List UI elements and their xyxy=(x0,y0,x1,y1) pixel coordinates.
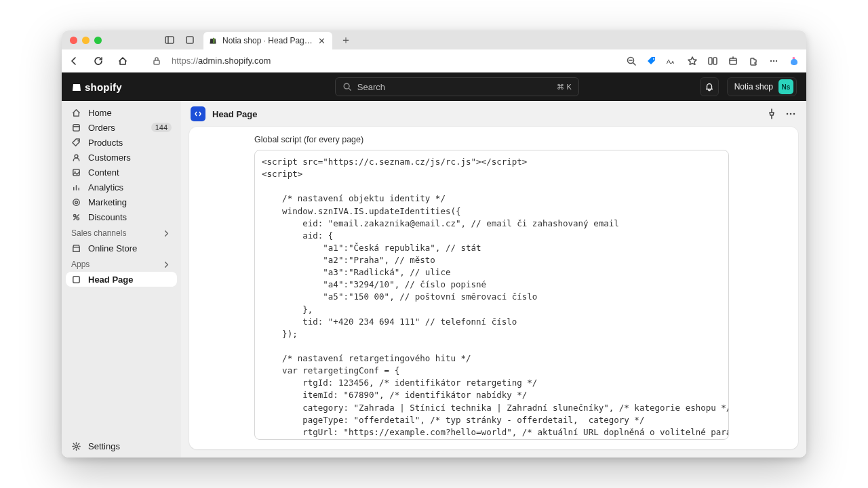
svg-point-17 xyxy=(344,83,349,89)
lock-icon xyxy=(151,56,162,66)
sidebar-item-analytics[interactable]: Analytics xyxy=(66,180,177,195)
url-text[interactable]: https://admin.shopify.com xyxy=(172,56,616,66)
more-dots-icon[interactable] xyxy=(785,108,797,120)
split-screen-icon[interactable] xyxy=(707,56,718,66)
browser-window: Notia shop · Head Page · Shop… ✕ ＋ https… xyxy=(62,30,806,458)
home-nav-icon[interactable] xyxy=(117,56,128,66)
window-close-dot[interactable] xyxy=(70,37,77,44)
svg-point-15 xyxy=(773,60,774,61)
sidebar-item-content[interactable]: Content xyxy=(66,165,177,180)
favorite-star-icon[interactable] xyxy=(687,56,698,66)
orders-badge: 144 xyxy=(151,123,172,132)
price-tag-icon[interactable] xyxy=(646,56,657,66)
collections-icon[interactable] xyxy=(728,56,738,66)
shop-name: Notia shop xyxy=(734,82,773,92)
sidebar-item-marketing[interactable]: Marketing xyxy=(66,195,177,209)
svg-rect-0 xyxy=(165,37,174,43)
shop-chip[interactable]: Notia shop Ns xyxy=(727,77,797,96)
svg-point-16 xyxy=(776,60,777,61)
browser-tab[interactable]: Notia shop · Head Page · Shop… ✕ xyxy=(203,32,332,49)
window-traffic-lights xyxy=(70,37,102,44)
card-area: Global script (for every page) <script s… xyxy=(189,127,798,449)
urlbar-actions: AA xyxy=(626,56,800,66)
search-icon xyxy=(342,82,352,92)
discounts-icon xyxy=(71,212,81,222)
copy-window-icon[interactable] xyxy=(184,35,195,45)
notifications-button[interactable] xyxy=(700,77,719,96)
sidebar-item-label: Products xyxy=(88,138,123,148)
sidebar-item-online-store[interactable]: Online Store xyxy=(66,241,177,256)
sidebar-item-label: Content xyxy=(88,167,119,178)
svg-rect-19 xyxy=(73,124,79,130)
svg-rect-10 xyxy=(709,58,712,64)
tab-close-icon[interactable]: ✕ xyxy=(318,36,326,46)
global-script-card: Global script (for every page) <script s… xyxy=(254,135,729,440)
content-icon xyxy=(71,167,81,178)
svg-point-33 xyxy=(793,113,795,115)
svg-point-14 xyxy=(770,60,772,61)
copilot-icon[interactable] xyxy=(789,56,800,66)
sidebar-item-label: Settings xyxy=(88,441,120,451)
pin-icon[interactable] xyxy=(766,108,778,120)
window-min-dot[interactable] xyxy=(82,37,90,44)
sidebar-item-discounts[interactable]: Discounts xyxy=(66,209,177,224)
sidebar-toggle-icon[interactable] xyxy=(164,35,175,45)
home-icon xyxy=(71,108,81,118)
page-head: Head Page xyxy=(181,101,806,127)
sidebar-item-label: Home xyxy=(88,108,112,118)
more-dots-icon[interactable] xyxy=(768,56,779,66)
zoom-out-icon[interactable] xyxy=(626,56,637,66)
main-area: Home Orders 144 Products Customers xyxy=(62,101,806,458)
search-shortcut: ⌘ K xyxy=(557,83,571,92)
new-tab-button[interactable]: ＋ xyxy=(340,33,351,47)
text-size-icon[interactable]: AA xyxy=(667,56,677,66)
chevron-right-icon xyxy=(163,261,170,268)
tab-title: Notia shop · Head Page · Shop… xyxy=(222,36,313,45)
apps-header[interactable]: Apps xyxy=(71,260,176,269)
sidebar-item-head-page-app[interactable]: Head Page xyxy=(66,272,177,287)
shopify-bag-icon xyxy=(71,81,82,92)
appbar: shopify Search ⌘ K Notia shop Ns xyxy=(62,73,806,101)
shopify-logo[interactable]: shopify xyxy=(71,81,122,93)
page-title: Head Page xyxy=(212,109,257,119)
svg-line-18 xyxy=(349,89,351,91)
svg-point-30 xyxy=(75,445,78,447)
svg-point-27 xyxy=(77,218,79,220)
svg-point-24 xyxy=(73,199,79,205)
sidebar-item-label: Discounts xyxy=(88,212,127,222)
shopify-wordmark: shopify xyxy=(85,81,122,93)
page-app-icon xyxy=(191,106,205,121)
svg-rect-3 xyxy=(154,60,159,64)
sidebar-item-label: Customers xyxy=(88,152,131,163)
content-column: Head Page Global script (for every page)… xyxy=(181,101,806,458)
reload-icon[interactable] xyxy=(93,56,104,66)
sidebar-item-label: Marketing xyxy=(88,197,127,207)
svg-point-7 xyxy=(653,58,654,60)
svg-line-5 xyxy=(633,63,635,65)
sidebar-item-products[interactable]: Products xyxy=(66,135,177,150)
customers-icon xyxy=(71,152,81,163)
sidebar-item-home[interactable]: Home xyxy=(66,105,177,120)
apps-label: Apps xyxy=(71,260,90,269)
sales-channels-header[interactable]: Sales channels xyxy=(71,228,176,238)
sidebar-item-settings[interactable]: Settings xyxy=(66,439,177,453)
titlebar: Notia shop · Head Page · Shop… ✕ ＋ xyxy=(62,30,806,49)
svg-point-31 xyxy=(787,113,789,115)
global-search[interactable]: Search ⌘ K xyxy=(335,77,579,96)
sidebar-item-orders[interactable]: Orders 144 xyxy=(66,120,177,135)
app-square-icon xyxy=(71,274,81,285)
search-placeholder: Search xyxy=(357,82,552,92)
avatar: Ns xyxy=(778,79,793,94)
window-max-dot[interactable] xyxy=(94,37,102,44)
svg-text:A: A xyxy=(667,58,671,65)
code-brackets-icon xyxy=(194,110,202,118)
back-icon[interactable] xyxy=(68,56,79,66)
extensions-icon[interactable] xyxy=(748,56,759,66)
svg-point-23 xyxy=(75,170,76,171)
field-label: Global script (for every page) xyxy=(254,135,729,144)
global-script-textarea[interactable]: <script src="https://c.seznam.cz/js/rc.j… xyxy=(254,150,729,440)
svg-point-26 xyxy=(73,214,75,216)
svg-rect-12 xyxy=(730,58,736,64)
sidebar-item-customers[interactable]: Customers xyxy=(66,150,177,165)
svg-point-20 xyxy=(77,140,79,141)
